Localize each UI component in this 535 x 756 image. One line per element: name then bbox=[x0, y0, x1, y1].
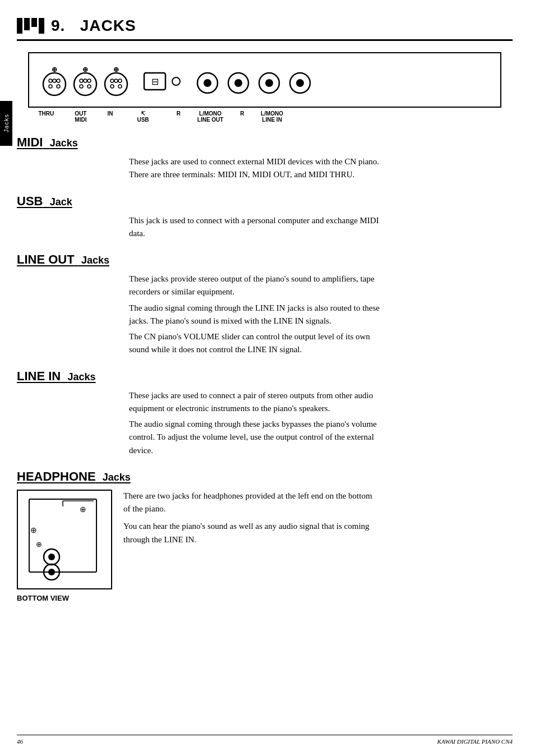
svg-point-27 bbox=[234, 79, 242, 87]
diagram-labels-row: THRU OUT MIDI IN ↸ USB R L/MONO LINE bbox=[28, 110, 501, 123]
svg-point-29 bbox=[265, 79, 273, 87]
svg-rect-32 bbox=[29, 499, 96, 572]
usb-text: This jack is used to connect with a pers… bbox=[129, 214, 513, 241]
bottom-diagram-area: ⊕ ⊕ ⊕ BOTTOM VIEW bbox=[17, 490, 112, 602]
midi-heading: MIDI Jacks bbox=[17, 135, 513, 150]
svg-point-23 bbox=[172, 77, 180, 85]
svg-point-7 bbox=[74, 73, 96, 95]
midi-text1: These jacks are used to connect external… bbox=[129, 155, 513, 182]
usb-section: USB Jack This jack is used to connect wi… bbox=[17, 194, 513, 241]
svg-point-2 bbox=[49, 79, 52, 82]
midi-section: MIDI Jacks These jacks are used to conne… bbox=[17, 135, 513, 182]
midi-diagram-svg: ⊕ ⊕ ⊕ bbox=[40, 62, 136, 101]
svg-point-6 bbox=[57, 85, 60, 88]
line-in-section: LINE IN Jacks These jacks are used to co… bbox=[17, 369, 513, 457]
headphone-section: HEADPHONE Jacks ⊕ ⊕ ⊕ bbox=[17, 469, 513, 602]
svg-point-16 bbox=[110, 79, 114, 82]
svg-point-10 bbox=[84, 79, 87, 82]
svg-point-20 bbox=[118, 85, 122, 88]
page-title-area: 9. Jacks bbox=[17, 17, 513, 41]
headphone-heading: HEADPHONE Jacks bbox=[17, 469, 513, 484]
headphone-text: There are two jacks for headphones provi… bbox=[123, 490, 513, 546]
footer: 46 KAWAI DIGITAL PIANO CN4 bbox=[17, 735, 513, 745]
svg-point-13 bbox=[87, 85, 91, 88]
svg-point-19 bbox=[110, 85, 114, 88]
svg-point-31 bbox=[296, 79, 304, 87]
svg-point-17 bbox=[114, 79, 118, 82]
svg-point-0 bbox=[43, 73, 66, 95]
svg-text:⊕: ⊕ bbox=[36, 540, 42, 548]
top-diagram: ⊕ ⊕ ⊕ ⊟ bbox=[28, 52, 501, 108]
line-out-section: LINE OUT Jacks These jacks provide stere… bbox=[17, 252, 513, 357]
svg-point-18 bbox=[118, 79, 122, 82]
svg-point-39 bbox=[48, 569, 55, 575]
usb-heading: USB Jack bbox=[17, 194, 513, 209]
side-tab: Jacks bbox=[0, 101, 12, 146]
bottom-diagram: ⊕ ⊕ ⊕ bbox=[17, 490, 112, 589]
usb-diagram-svg: ⊟ bbox=[141, 62, 186, 101]
svg-point-12 bbox=[80, 85, 83, 88]
svg-point-37 bbox=[48, 554, 55, 560]
svg-text:⊕: ⊕ bbox=[52, 66, 57, 73]
bottom-view-svg: ⊕ ⊕ ⊕ bbox=[24, 496, 108, 580]
svg-point-11 bbox=[87, 79, 91, 82]
svg-text:⊕: ⊕ bbox=[113, 66, 119, 73]
line-out-heading: LINE OUT Jacks bbox=[17, 252, 513, 267]
line-in-heading: LINE IN Jacks bbox=[17, 369, 513, 384]
line-out-text: These jacks provide stereo output of the… bbox=[129, 273, 513, 357]
svg-text:⊟: ⊟ bbox=[151, 77, 159, 86]
svg-text:⊕: ⊕ bbox=[80, 505, 86, 514]
footer-product-name: KAWAI DIGITAL PIANO CN4 bbox=[437, 738, 513, 745]
svg-point-5 bbox=[49, 85, 52, 88]
page-title: 9. Jacks bbox=[51, 17, 136, 35]
title-icon bbox=[17, 18, 44, 34]
footer-page-number: 46 bbox=[17, 738, 23, 745]
svg-text:⊕: ⊕ bbox=[30, 526, 37, 534]
bottom-view-label: BOTTOM VIEW bbox=[17, 594, 69, 602]
rca-diagram-svg bbox=[192, 62, 315, 101]
svg-point-4 bbox=[57, 79, 60, 82]
svg-point-14 bbox=[105, 73, 127, 95]
line-in-text: These jacks are used to connect a pair o… bbox=[129, 389, 513, 457]
svg-point-25 bbox=[204, 79, 211, 87]
headphone-content: ⊕ ⊕ ⊕ BOTTOM VIEW bbox=[17, 490, 513, 602]
svg-text:⊕: ⊕ bbox=[82, 66, 88, 73]
svg-point-9 bbox=[80, 79, 83, 82]
svg-point-3 bbox=[53, 79, 56, 82]
